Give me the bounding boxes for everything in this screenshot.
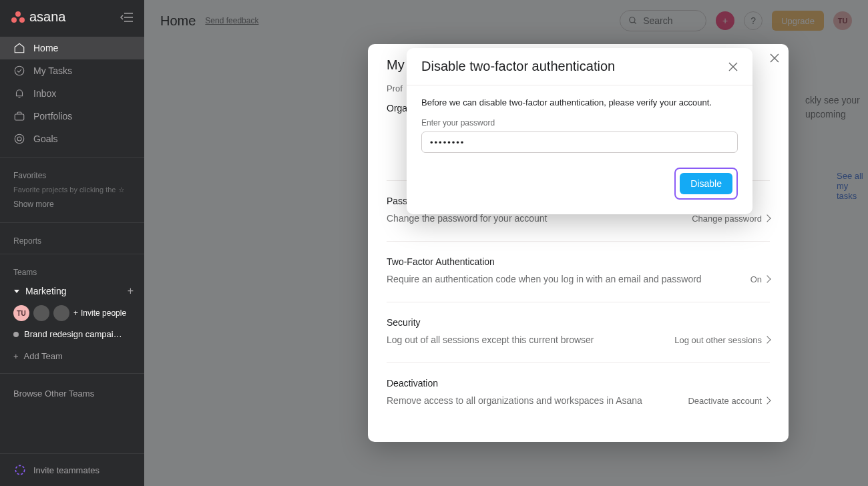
svg-point-9 <box>17 137 21 141</box>
avatar[interactable] <box>33 305 49 321</box>
deactivate-account-link[interactable]: Deactivate account <box>688 396 770 406</box>
svg-point-6 <box>15 66 24 75</box>
main: Home Send feedback Search + ? Upgrade TU… <box>144 0 868 486</box>
section-deactivation: Deactivation Remove access to all organi… <box>387 362 770 423</box>
chevron-right-icon <box>763 275 771 282</box>
teams-label: Teams <box>0 258 144 281</box>
add-to-team-icon[interactable]: + <box>128 285 134 297</box>
sidebar-item-home[interactable]: Home <box>0 37 144 59</box>
sidebar-item-label: Home <box>33 43 58 53</box>
invite-people-link[interactable]: + Invite people <box>73 308 126 318</box>
svg-point-8 <box>15 134 24 144</box>
avatar[interactable] <box>53 305 69 321</box>
section-2fa: Two-Factor Authentication Require an aut… <box>387 241 770 302</box>
section-title: Security <box>387 317 770 328</box>
team-name: Marketing <box>25 286 66 296</box>
sidebar-item-label: My Tasks <box>33 65 72 76</box>
briefcase-icon <box>13 110 25 122</box>
password-input[interactable] <box>421 132 738 153</box>
change-password-link[interactable]: Change password <box>692 214 770 224</box>
sidebar-item-label: Inbox <box>33 88 56 99</box>
add-team-link[interactable]: + Add Team <box>0 343 144 369</box>
check-circle-icon <box>13 65 25 77</box>
close-icon[interactable] <box>770 53 779 63</box>
show-more-link[interactable]: Show more <box>0 196 144 218</box>
disable-button-highlight: Disable <box>674 168 738 200</box>
svg-marker-10 <box>14 290 19 293</box>
reports-label[interactable]: Reports <box>0 227 144 250</box>
dialog-title: Disable two-factor authentication <box>421 59 615 74</box>
sidebar-item-label: Portfolios <box>33 111 72 121</box>
section-desc: Require an authentication code when you … <box>387 274 702 284</box>
project-name: Brand redesign campai… <box>24 329 122 339</box>
section-title: Deactivation <box>387 378 770 389</box>
svg-point-0 <box>15 11 21 17</box>
asana-logo-icon <box>11 11 25 24</box>
section-desc: Log out of all sessions except this curr… <box>387 334 594 345</box>
sidebar-item-portfolios[interactable]: Portfolios <box>0 105 144 128</box>
svg-rect-7 <box>15 114 24 120</box>
home-icon <box>13 42 25 54</box>
logo-text: asana <box>29 9 66 25</box>
sidebar-item-goals[interactable]: Goals <box>0 128 144 150</box>
section-desc: Change the password for your account <box>387 213 547 224</box>
favorites-hint: Favorite projects by clicking the ☆ <box>0 184 144 196</box>
close-icon[interactable] <box>728 62 738 71</box>
avatar[interactable]: TU <box>13 305 29 321</box>
sidebar-item-my-tasks[interactable]: My Tasks <box>0 59 144 82</box>
browse-other-teams-link[interactable]: Browse Other Teams <box>0 378 144 409</box>
dialog-message: Before we can disable two-factor authent… <box>421 97 738 107</box>
collapse-sidebar-icon[interactable] <box>120 12 134 23</box>
team-row-marketing[interactable]: Marketing + <box>0 281 144 301</box>
svg-point-2 <box>19 17 25 23</box>
disable-button[interactable]: Disable <box>680 173 732 194</box>
team-members: TU + Invite people <box>0 301 144 325</box>
invite-teammates-link[interactable]: Invite teammates <box>0 453 144 486</box>
sidebar-nav: Home My Tasks Inbox Portfolios Goals <box>0 34 144 153</box>
disable-2fa-dialog: Disable two-factor authentication Before… <box>407 48 752 214</box>
favorites-label: Favorites <box>0 162 144 184</box>
tab-profile[interactable]: Prof <box>387 83 403 93</box>
password-label: Enter your password <box>421 118 738 128</box>
2fa-toggle-link[interactable]: On <box>750 274 770 284</box>
project-item[interactable]: Brand redesign campai… <box>0 325 144 343</box>
chevron-right-icon <box>763 336 771 343</box>
project-dot-icon <box>13 332 19 337</box>
chevron-right-icon <box>763 397 771 404</box>
sidebar-item-label: Goals <box>33 134 58 144</box>
plus-icon: + <box>13 351 19 361</box>
logo[interactable]: asana <box>11 9 66 25</box>
svg-point-11 <box>15 465 24 474</box>
sparkle-ring-icon <box>13 463 27 477</box>
section-title: Two-Factor Authentication <box>387 256 770 267</box>
sidebar: asana Home My Tasks Inbox Portfolios <box>0 0 144 486</box>
section-security: Security Log out of all sessions except … <box>387 302 770 362</box>
chevron-right-icon <box>763 214 771 222</box>
bell-icon <box>13 87 25 99</box>
svg-point-1 <box>11 17 17 23</box>
logout-sessions-link[interactable]: Log out other sessions <box>674 335 770 345</box>
caret-down-icon <box>13 288 20 294</box>
section-desc: Remove access to all organizations and w… <box>387 395 642 406</box>
sidebar-item-inbox[interactable]: Inbox <box>0 82 144 105</box>
target-icon <box>13 133 25 145</box>
